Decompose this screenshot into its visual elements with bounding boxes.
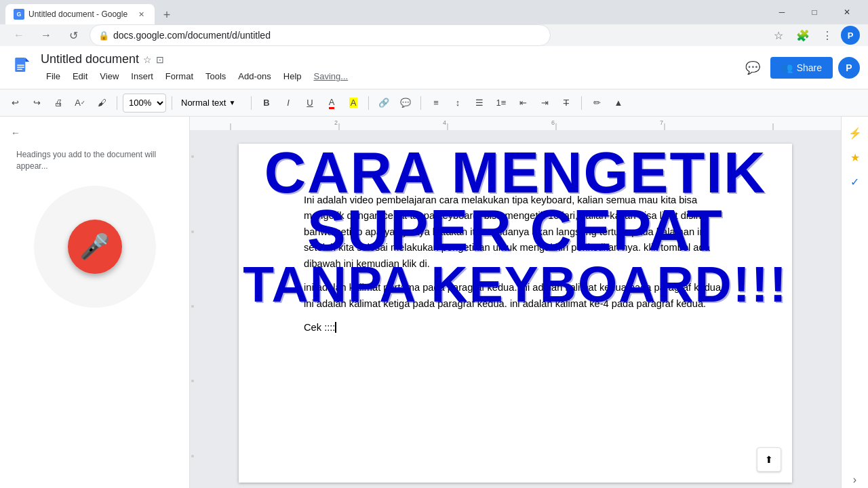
paragraph-3: Cek :::: bbox=[304, 320, 727, 336]
tab-favicon: G bbox=[14, 9, 24, 20]
lock-icon: 🔒 bbox=[98, 30, 109, 41]
browser-profile-icon[interactable]: P bbox=[841, 26, 860, 45]
paragraph-2: ini adalah kalimat pertama pada paragraf… bbox=[304, 280, 727, 312]
browser-toolbar-icons: ☆ 🧩 ⋮ P bbox=[768, 24, 860, 46]
user-avatar[interactable]: P bbox=[838, 57, 860, 79]
browser-tab[interactable]: G Untitled document - Google ✕ bbox=[5, 4, 155, 24]
menu-format[interactable]: Format bbox=[160, 70, 199, 83]
close-button[interactable]: ✕ bbox=[831, 1, 863, 23]
insert-link-button[interactable]: 🔗 bbox=[374, 94, 393, 113]
svg-rect-5 bbox=[190, 117, 841, 130]
title-bar: G Untitled document - Google ✕ + ─ □ ✕ bbox=[0, 0, 868, 24]
docs-menu: File Edit View Insert Format Tools Add-o… bbox=[41, 70, 735, 83]
menu-insert[interactable]: Insert bbox=[125, 70, 159, 83]
expand-icon: ⬆ bbox=[765, 454, 773, 465]
tab-bar: G Untitled document - Google ✕ + bbox=[5, 0, 176, 24]
minimize-button[interactable]: ─ bbox=[766, 1, 797, 23]
maximize-button[interactable]: □ bbox=[799, 1, 830, 23]
toolbar-separator-5 bbox=[420, 96, 421, 110]
document-content[interactable]: Ini adalah video pembelajaran cara melak… bbox=[304, 192, 727, 336]
voice-circle: 🎤 bbox=[34, 186, 156, 308]
right-panel: ⚡ ★ ✓ › bbox=[841, 117, 868, 488]
microphone-button[interactable]: 🎤 bbox=[68, 220, 122, 274]
scroll-indicator bbox=[190, 130, 195, 488]
line-spacing-button[interactable]: ↕ bbox=[448, 94, 467, 113]
url-text: docs.google.com/document/d/untitled bbox=[113, 30, 271, 41]
forward-button[interactable]: → bbox=[35, 24, 57, 46]
undo-button[interactable]: ↩ bbox=[5, 94, 24, 113]
extensions-icon[interactable]: 🧩 bbox=[792, 24, 814, 46]
italic-button[interactable]: I bbox=[279, 94, 298, 113]
indent-more-button[interactable]: ⇥ bbox=[535, 94, 554, 113]
print-button[interactable]: 🖨 bbox=[49, 94, 68, 113]
star-icon[interactable]: ☆ bbox=[143, 54, 152, 65]
voice-hint-text: Headings you add to the document will ap… bbox=[11, 149, 178, 172]
menu-tools[interactable]: Tools bbox=[200, 70, 231, 83]
check-circle-icon[interactable]: ✓ bbox=[844, 171, 866, 192]
move-to-folder-icon[interactable]: ⊡ bbox=[156, 54, 164, 65]
document-page[interactable]: CARA MENGETIK SUPER CEPAT TANPA KEYBOARD… bbox=[239, 144, 792, 483]
svg-text:4: 4 bbox=[443, 119, 446, 126]
docs-title-area: Untitled document ☆ ⊡ File Edit View Ins… bbox=[41, 52, 735, 83]
docs-header: Untitled document ☆ ⊡ File Edit View Ins… bbox=[0, 46, 868, 89]
bold-button[interactable]: B bbox=[257, 94, 276, 113]
spell-check-button[interactable]: A✓ bbox=[71, 94, 90, 113]
menu-file[interactable]: File bbox=[41, 70, 66, 83]
browser-frame: G Untitled document - Google ✕ + ─ □ ✕ ←… bbox=[0, 0, 868, 488]
highlight-button[interactable]: A bbox=[344, 94, 363, 113]
redo-button[interactable]: ↪ bbox=[27, 94, 46, 113]
underline-button[interactable]: U bbox=[300, 94, 319, 113]
bookmark-icon[interactable]: ★ bbox=[844, 146, 866, 168]
clear-formatting-button[interactable]: T̶ bbox=[557, 94, 576, 113]
saving-indicator: Saving... bbox=[309, 70, 354, 83]
window-controls: ─ □ ✕ bbox=[766, 1, 863, 23]
back-button[interactable]: ← bbox=[8, 24, 30, 46]
toolbar-separator-1 bbox=[117, 96, 117, 110]
paint-format-button[interactable]: 🖌 bbox=[92, 94, 111, 113]
expand-button[interactable]: ⬆ bbox=[757, 447, 781, 472]
insert-comment-button[interactable]: 💬 bbox=[396, 94, 415, 113]
svg-text:7: 7 bbox=[660, 119, 663, 126]
editing-mode-button[interactable]: ✏ bbox=[587, 94, 606, 113]
menu-addons[interactable]: Add-ons bbox=[233, 70, 276, 83]
address-bar: ← → ↺ 🔒 docs.google.com/document/d/untit… bbox=[0, 24, 868, 46]
svg-rect-3 bbox=[17, 66, 24, 68]
comments-icon[interactable]: 💬 bbox=[741, 56, 765, 80]
zoom-select[interactable]: 100% bbox=[123, 94, 166, 113]
share-button[interactable]: 👥 Share bbox=[770, 57, 833, 79]
address-input[interactable]: 🔒 docs.google.com/document/d/untitled bbox=[90, 24, 551, 46]
document-title[interactable]: Untitled document bbox=[41, 52, 139, 67]
ruler: 2 4 6 7 bbox=[190, 117, 841, 130]
toolbar-separator-2 bbox=[172, 96, 172, 110]
menu-help[interactable]: Help bbox=[278, 70, 307, 83]
expand-toolbar-button[interactable]: ▲ bbox=[609, 94, 628, 113]
svg-text:2: 2 bbox=[334, 119, 338, 126]
document-scroll-area[interactable]: CARA MENGETIK SUPER CEPAT TANPA KEYBOARD… bbox=[190, 130, 841, 488]
list-button[interactable]: ☰ bbox=[470, 94, 489, 113]
docs-main: ← Headings you add to the document will … bbox=[0, 117, 868, 488]
text-style-select[interactable]: Normal text ▼ bbox=[178, 94, 245, 113]
svg-rect-2 bbox=[17, 64, 24, 66]
mic-icon: 🎤 bbox=[79, 232, 110, 261]
text-cursor bbox=[335, 322, 336, 333]
numbered-list-button[interactable]: 1≡ bbox=[492, 94, 511, 113]
share-icon: 👥 bbox=[781, 62, 793, 73]
browser-settings-icon[interactable]: ⋮ bbox=[816, 24, 838, 46]
menu-edit[interactable]: Edit bbox=[67, 70, 93, 83]
toolbar-separator-3 bbox=[251, 96, 252, 110]
menu-view[interactable]: View bbox=[94, 70, 124, 83]
new-tab-button[interactable]: + bbox=[157, 5, 176, 24]
toolbar-separator-6 bbox=[581, 96, 582, 110]
reload-button[interactable]: ↺ bbox=[62, 24, 84, 46]
bookmark-star-icon[interactable]: ☆ bbox=[768, 24, 789, 46]
paragraph-1: Ini adalah video pembelajaran cara melak… bbox=[304, 192, 727, 272]
voice-panel-back-button[interactable]: ← bbox=[11, 127, 178, 138]
align-left-button[interactable]: ≡ bbox=[427, 94, 446, 113]
smart-compose-icon[interactable]: ⚡ bbox=[844, 122, 866, 144]
indent-less-button[interactable]: ⇤ bbox=[513, 94, 532, 113]
text-color-button[interactable]: A bbox=[322, 94, 341, 113]
toolbar-separator-4 bbox=[368, 96, 369, 110]
tab-close-button[interactable]: ✕ bbox=[136, 9, 146, 20]
docs-header-right: 💬 👥 Share P bbox=[741, 56, 860, 80]
collapse-panel-button[interactable]: › bbox=[844, 469, 866, 488]
